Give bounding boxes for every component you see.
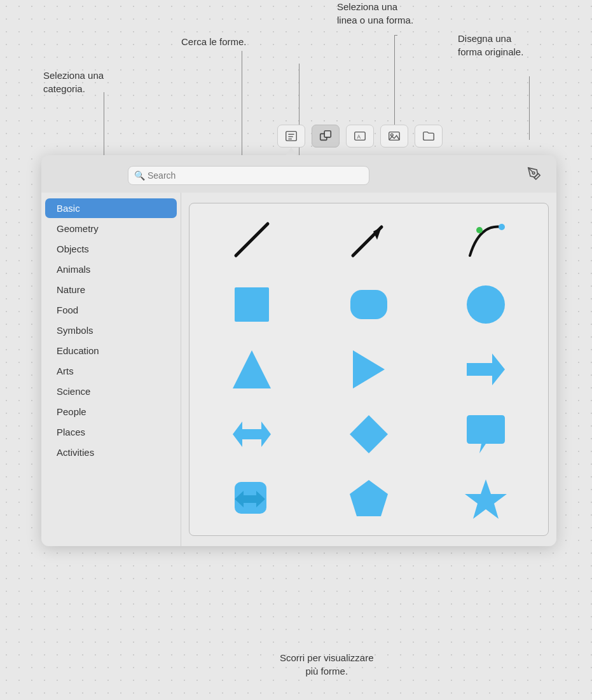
panel-body: Basic Geometry Objects Animals Nature Fo… (41, 193, 556, 546)
shape-square[interactable] (197, 276, 306, 333)
search-icon: 🔍 (134, 170, 145, 181)
search-input[interactable] (128, 166, 369, 185)
sidebar-item-basic[interactable]: Basic (45, 198, 177, 218)
shape-triangle-right[interactable] (314, 341, 423, 398)
search-bar: 🔍 (41, 155, 556, 193)
shapes-panel: 🔍 Basic Geometry Objects Animals Nature … (41, 155, 556, 546)
svg-marker-21 (467, 353, 505, 385)
shape-pentagon[interactable] (314, 470, 423, 528)
shapes-grid (189, 203, 549, 536)
sidebar-item-animals[interactable]: Animals (45, 259, 177, 279)
svg-text:A: A (357, 134, 361, 140)
sidebar-item-places[interactable]: Places (45, 422, 177, 442)
pen-tool-button[interactable] (522, 164, 546, 186)
shape-line-diagonal[interactable] (197, 211, 306, 268)
svg-marker-26 (350, 480, 388, 516)
sidebar-item-science[interactable]: Science (45, 381, 177, 401)
shape-rounded-square-arrow[interactable] (197, 470, 306, 528)
svg-point-15 (499, 224, 505, 230)
sidebar-item-people[interactable]: People (45, 402, 177, 422)
shape-arrow-right[interactable] (431, 341, 540, 398)
shapes-area (181, 193, 556, 546)
sidebar-item-nature[interactable]: Nature (45, 280, 177, 299)
sidebar: Basic Geometry Objects Animals Nature Fo… (41, 193, 181, 546)
media-button[interactable] (380, 125, 408, 148)
textbox-button[interactable]: A (346, 125, 374, 148)
sidebar-item-objects[interactable]: Objects (45, 239, 177, 259)
shape-rounded-rect[interactable] (314, 276, 423, 333)
shapes-button[interactable] (312, 125, 340, 148)
svg-marker-22 (233, 422, 271, 447)
svg-point-18 (467, 285, 505, 324)
shape-diamond[interactable] (314, 406, 423, 463)
shape-circle[interactable] (431, 276, 540, 333)
svg-marker-27 (465, 479, 507, 519)
svg-rect-5 (324, 131, 331, 137)
svg-marker-20 (353, 350, 385, 388)
sidebar-item-geometry[interactable]: Geometry (45, 219, 177, 238)
sidebar-item-activities[interactable]: Activities (45, 443, 177, 462)
shape-double-arrow[interactable] (197, 406, 306, 463)
toolbar-pointer (286, 148, 297, 155)
shape-curve[interactable] (431, 211, 540, 268)
shape-arrow-line[interactable] (314, 211, 423, 268)
shape-star[interactable] (431, 470, 540, 528)
svg-point-9 (390, 134, 393, 136)
sidebar-item-arts[interactable]: Arts (45, 361, 177, 381)
text-button[interactable] (277, 125, 305, 148)
toolbar: A (191, 125, 528, 148)
shape-triangle-up[interactable] (197, 341, 306, 398)
sidebar-item-food[interactable]: Food (45, 300, 177, 320)
svg-rect-16 (235, 287, 269, 322)
svg-marker-19 (233, 350, 271, 388)
svg-line-11 (236, 224, 268, 256)
svg-marker-23 (350, 415, 388, 453)
svg-point-14 (476, 227, 483, 233)
sidebar-item-education[interactable]: Education (45, 341, 177, 360)
svg-point-10 (532, 172, 535, 174)
svg-rect-17 (350, 290, 387, 319)
folder-button[interactable] (415, 125, 443, 148)
search-input-wrap: 🔍 (128, 166, 369, 185)
sidebar-item-symbols[interactable]: Symbols (45, 320, 177, 340)
shape-speech-bubble[interactable] (431, 406, 540, 463)
